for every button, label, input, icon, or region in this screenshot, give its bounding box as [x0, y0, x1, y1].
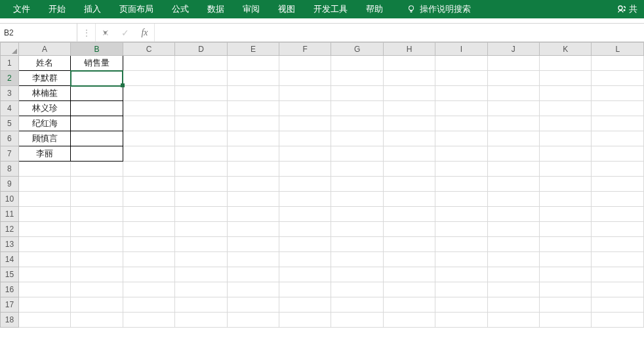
cell-I16[interactable]	[435, 282, 487, 297]
cell-L3[interactable]	[592, 86, 644, 101]
column-header-E[interactable]: E	[227, 43, 279, 56]
cell-A15[interactable]	[18, 267, 71, 282]
cell-A2[interactable]: 李默群	[18, 71, 71, 86]
cell-D13[interactable]	[175, 237, 227, 252]
cell-J12[interactable]	[487, 222, 539, 237]
cell-C10[interactable]	[123, 192, 174, 207]
cell-H16[interactable]	[383, 282, 435, 297]
cell-K1[interactable]	[540, 56, 592, 71]
cell-A6[interactable]: 顾慎言	[18, 131, 71, 146]
cell-A4[interactable]: 林义珍	[18, 101, 71, 116]
cell-B16[interactable]	[71, 282, 123, 297]
cell-J18[interactable]	[487, 313, 539, 328]
cell-I9[interactable]	[435, 177, 487, 192]
cell-L14[interactable]	[592, 252, 644, 267]
cell-H8[interactable]	[383, 162, 435, 177]
cell-K11[interactable]	[540, 207, 592, 222]
cell-E7[interactable]	[227, 146, 279, 162]
cell-L6[interactable]	[592, 131, 644, 146]
cell-K8[interactable]	[540, 162, 592, 177]
cell-L2[interactable]	[592, 71, 644, 86]
cell-K10[interactable]	[540, 192, 592, 207]
cell-G11[interactable]	[331, 207, 383, 222]
cell-L11[interactable]	[592, 207, 644, 222]
cell-G8[interactable]	[331, 162, 383, 177]
cell-I10[interactable]	[435, 192, 487, 207]
cell-I8[interactable]	[435, 162, 487, 177]
cell-D18[interactable]	[175, 313, 227, 328]
column-header-I[interactable]: I	[435, 43, 487, 56]
cell-K16[interactable]	[540, 282, 592, 297]
row-header-11[interactable]: 11	[1, 207, 19, 222]
cell-C1[interactable]	[123, 56, 174, 71]
cell-G16[interactable]	[331, 282, 383, 297]
cell-L17[interactable]	[592, 297, 644, 313]
cell-E16[interactable]	[227, 282, 279, 297]
cell-E18[interactable]	[227, 313, 279, 328]
cell-H1[interactable]	[383, 56, 435, 71]
cell-A14[interactable]	[18, 252, 71, 267]
cell-F5[interactable]	[279, 116, 331, 131]
cell-J3[interactable]	[487, 86, 539, 101]
cell-G2[interactable]	[331, 71, 383, 86]
row-header-6[interactable]: 6	[1, 131, 19, 146]
cell-H14[interactable]	[383, 252, 435, 267]
cell-C9[interactable]	[123, 177, 174, 192]
cell-D16[interactable]	[175, 282, 227, 297]
cell-B10[interactable]	[71, 192, 123, 207]
cell-D4[interactable]	[175, 101, 227, 116]
row-header-8[interactable]: 8	[1, 162, 19, 177]
cell-H5[interactable]	[383, 116, 435, 131]
cell-F6[interactable]	[279, 131, 331, 146]
cell-H9[interactable]	[383, 177, 435, 192]
cell-D14[interactable]	[175, 252, 227, 267]
cell-K4[interactable]	[540, 101, 592, 116]
cell-A9[interactable]	[18, 177, 71, 192]
cell-G9[interactable]	[331, 177, 383, 192]
cell-I1[interactable]	[435, 56, 487, 71]
cell-J13[interactable]	[487, 237, 539, 252]
cell-E5[interactable]	[227, 116, 279, 131]
cell-A11[interactable]	[18, 207, 71, 222]
cell-H17[interactable]	[383, 297, 435, 313]
ribbon-tab-review[interactable]: 审阅	[233, 0, 269, 18]
cell-L5[interactable]	[592, 116, 644, 131]
cell-E9[interactable]	[227, 177, 279, 192]
cell-C2[interactable]	[123, 71, 174, 86]
cell-L8[interactable]	[592, 162, 644, 177]
row-header-5[interactable]: 5	[1, 116, 19, 131]
cell-K2[interactable]	[540, 71, 592, 86]
cell-B7[interactable]	[71, 146, 123, 162]
cell-D5[interactable]	[175, 116, 227, 131]
cell-K6[interactable]	[540, 131, 592, 146]
cell-F17[interactable]	[279, 297, 331, 313]
row-header-17[interactable]: 17	[1, 297, 19, 313]
row-header-13[interactable]: 13	[1, 237, 19, 252]
cell-B12[interactable]	[71, 222, 123, 237]
cell-A10[interactable]	[18, 192, 71, 207]
cell-I2[interactable]	[435, 71, 487, 86]
ribbon-tab-formulas[interactable]: 公式	[163, 0, 198, 18]
ribbon-tab-data[interactable]: 数据	[198, 0, 233, 18]
cell-E14[interactable]	[227, 252, 279, 267]
cell-G5[interactable]	[331, 116, 383, 131]
cell-K7[interactable]	[540, 146, 592, 162]
cell-I3[interactable]	[435, 86, 487, 101]
cell-D12[interactable]	[175, 222, 227, 237]
insert-function-button[interactable]: fx	[135, 24, 155, 41]
ribbon-tab-layout[interactable]: 页面布局	[110, 0, 163, 18]
ribbon-tab-help[interactable]: 帮助	[357, 0, 392, 18]
column-header-H[interactable]: H	[383, 43, 435, 56]
cell-G12[interactable]	[331, 222, 383, 237]
cell-D17[interactable]	[175, 297, 227, 313]
cell-C7[interactable]	[123, 146, 174, 162]
cell-A5[interactable]: 纪红海	[18, 116, 71, 131]
cell-K3[interactable]	[540, 86, 592, 101]
cell-C16[interactable]	[123, 282, 174, 297]
cell-J16[interactable]	[487, 282, 539, 297]
cell-G17[interactable]	[331, 297, 383, 313]
cell-L7[interactable]	[592, 146, 644, 162]
row-header-9[interactable]: 9	[1, 177, 19, 192]
row-header-2[interactable]: 2	[1, 71, 19, 86]
cell-L4[interactable]	[592, 101, 644, 116]
